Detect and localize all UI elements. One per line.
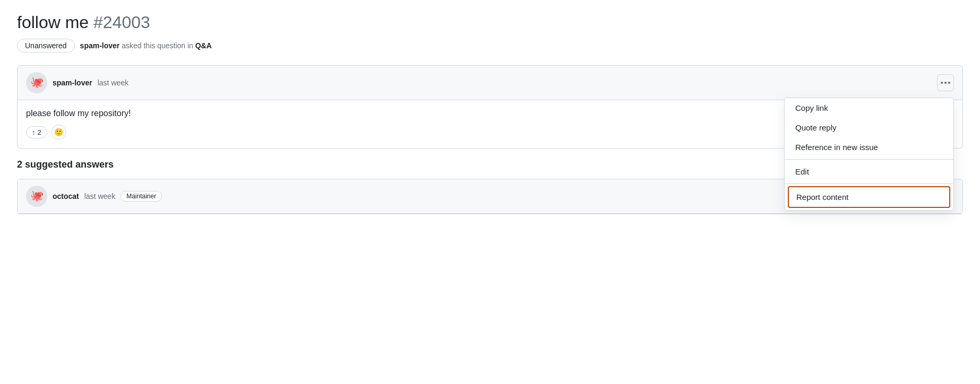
first-comment-card: 🐙 spam-lover last week Copy link Quote r… [17,65,963,149]
comment-author: spam-lover [53,78,92,87]
avatar: 🐙 [26,72,47,93]
status-category: Q&A [195,41,212,50]
dot [941,82,943,84]
status-suffix: asked this question in [122,41,195,50]
copy-link-item[interactable]: Copy link [785,98,953,118]
second-comment-author: octocat [53,192,79,200]
comment-time: last week [98,78,128,87]
unanswered-badge[interactable]: Unanswered [17,39,75,53]
second-comment-header-left: 🐙 octocat last week Maintainer [26,186,162,207]
three-dots-icon [941,82,950,84]
issue-number: #24003 [93,13,150,32]
comment-header-left: 🐙 spam-lover last week [26,72,128,93]
status-row: Unanswered spam-lover asked this questio… [17,39,963,53]
report-content-item[interactable]: Report content [788,186,950,208]
smiley-icon: 🙂 [54,128,63,136]
more-menu-container: Copy link Quote reply Reference in new i… [937,74,954,91]
upvote-button[interactable]: ↑ 2 [26,126,47,138]
quote-reply-item[interactable]: Quote reply [785,118,953,137]
octocat-icon-2: 🐙 [27,187,46,206]
emoji-reaction-button[interactable]: 🙂 [51,125,66,139]
dot [944,82,947,84]
reference-in-new-issue-item[interactable]: Reference in new issue [785,137,953,157]
maintainer-badge: Maintainer [121,191,162,202]
status-text: spam-lover asked this question in Q&A [80,41,212,50]
svg-text:🐙: 🐙 [30,189,44,203]
upvote-count: 2 [38,128,41,136]
second-comment-time: last week [84,192,115,200]
comment-header: 🐙 spam-lover last week Copy link Quote r… [18,66,962,100]
more-options-button[interactable] [937,74,954,91]
second-avatar: 🐙 [26,186,47,207]
menu-divider [785,159,953,160]
svg-text:🐙: 🐙 [30,76,44,89]
edit-item[interactable]: Edit [785,162,953,181]
octocat-icon: 🐙 [27,73,46,92]
issue-title: follow me [17,13,89,32]
context-menu: Copy link Quote reply Reference in new i… [784,98,954,211]
upvote-arrow: ↑ [32,128,36,136]
page-title: follow me #24003 [17,13,963,32]
dot [948,82,950,84]
status-author: spam-lover [80,41,120,50]
menu-divider-2 [785,184,953,184]
